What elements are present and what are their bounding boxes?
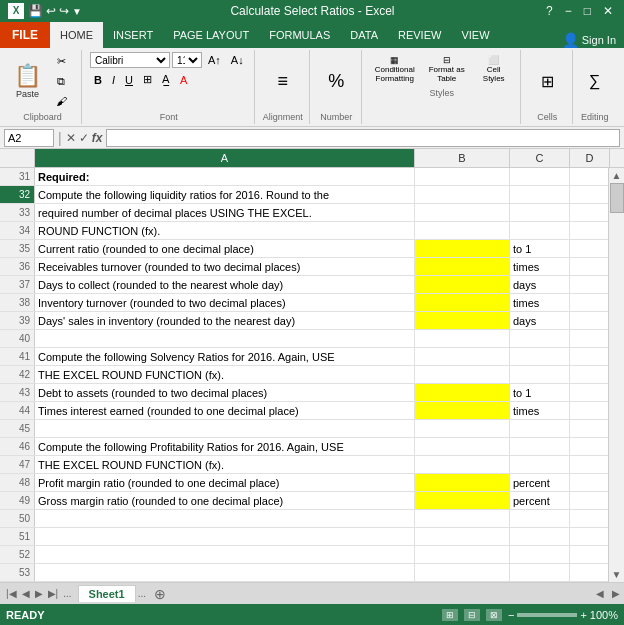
more-sheets-btn[interactable]: ... <box>136 588 148 599</box>
cell-b[interactable] <box>415 438 510 455</box>
cell-c[interactable]: percent <box>510 492 570 509</box>
close-btn[interactable]: ✕ <box>600 4 616 18</box>
cell-a[interactable] <box>35 330 415 347</box>
cell-b[interactable] <box>415 564 510 581</box>
editing-btn[interactable]: ∑ <box>581 69 609 93</box>
row-number[interactable]: 53 <box>0 564 35 581</box>
font-name-select[interactable]: Calibri <box>90 52 170 68</box>
row-number[interactable]: 36 <box>0 258 35 275</box>
format-as-table-btn[interactable]: ⊟ Format as Table <box>422 52 472 86</box>
cell-c[interactable]: times <box>510 258 570 275</box>
minimize-btn[interactable]: − <box>562 4 575 18</box>
cell-a[interactable]: Required: <box>35 168 415 185</box>
normal-view-icon[interactable]: ⊞ <box>442 609 458 621</box>
cell-c[interactable]: days <box>510 312 570 329</box>
bold-button[interactable]: B <box>90 72 106 88</box>
cell-a[interactable]: Receivables turnover (rounded to two dec… <box>35 258 415 275</box>
cell-b[interactable] <box>415 258 510 275</box>
cell-b[interactable] <box>415 294 510 311</box>
undo-icon[interactable]: ↩ <box>46 4 56 18</box>
cell-b[interactable] <box>415 528 510 545</box>
file-tab[interactable]: FILE <box>0 22 50 48</box>
cell-d[interactable] <box>570 366 608 383</box>
cell-d[interactable] <box>570 492 608 509</box>
enter-formula-icon[interactable]: ✓ <box>79 131 89 145</box>
sheet1-tab[interactable]: Sheet1 <box>78 585 136 602</box>
cell-d[interactable] <box>570 474 608 491</box>
cell-c[interactable] <box>510 420 570 437</box>
cell-b[interactable] <box>415 240 510 257</box>
cell-d[interactable] <box>570 312 608 329</box>
next-sheet-btn[interactable]: ▶ <box>33 588 45 599</box>
cell-c[interactable] <box>510 438 570 455</box>
cell-b[interactable] <box>415 456 510 473</box>
conditional-formatting-btn[interactable]: ▦ Conditional Formatting <box>370 52 420 86</box>
zoom-out-btn[interactable]: − <box>508 609 514 621</box>
cell-a[interactable]: Compute the following Solvency Ratios fo… <box>35 348 415 365</box>
cell-a[interactable] <box>35 564 415 581</box>
number-button[interactable]: % <box>322 68 350 95</box>
cell-c[interactable] <box>510 456 570 473</box>
row-number[interactable]: 39 <box>0 312 35 329</box>
cell-c[interactable] <box>510 168 570 185</box>
cell-b[interactable] <box>415 222 510 239</box>
row-number[interactable]: 34 <box>0 222 35 239</box>
row-number[interactable]: 52 <box>0 546 35 563</box>
row-number[interactable]: 44 <box>0 402 35 419</box>
prev-sheet-btn[interactable]: ◀ <box>20 588 32 599</box>
cell-d[interactable] <box>570 528 608 545</box>
cell-d[interactable] <box>570 258 608 275</box>
page-layout-icon[interactable]: ⊟ <box>464 609 480 621</box>
fill-color-btn[interactable]: A̲ <box>158 71 174 88</box>
cell-d[interactable] <box>570 546 608 563</box>
cell-b[interactable] <box>415 312 510 329</box>
cell-b[interactable] <box>415 384 510 401</box>
col-header-c[interactable]: C <box>510 149 570 167</box>
cell-d[interactable] <box>570 420 608 437</box>
cell-c[interactable] <box>510 204 570 221</box>
copy-button[interactable]: ⧉ <box>47 72 75 91</box>
row-number[interactable]: 40 <box>0 330 35 347</box>
cell-b[interactable] <box>415 186 510 203</box>
cell-d[interactable] <box>570 330 608 347</box>
row-number[interactable]: 43 <box>0 384 35 401</box>
sign-in-btn[interactable]: 👤 Sign In <box>562 32 616 48</box>
cell-a[interactable]: Compute the following Profitability Rati… <box>35 438 415 455</box>
cell-a[interactable]: Profit margin ratio (rounded to one deci… <box>35 474 415 491</box>
cell-a[interactable] <box>35 510 415 527</box>
view-tab[interactable]: VIEW <box>451 22 499 48</box>
cell-c[interactable] <box>510 330 570 347</box>
cell-c[interactable] <box>510 564 570 581</box>
cell-c[interactable] <box>510 186 570 203</box>
cell-reference[interactable]: A2 <box>4 129 54 147</box>
qa-dropdown-icon[interactable]: ▼ <box>72 6 82 17</box>
scroll-right-arrow[interactable]: ▶ <box>608 588 624 599</box>
cell-c[interactable] <box>510 348 570 365</box>
last-sheet-btn[interactable]: ▶| <box>46 588 61 599</box>
cell-d[interactable] <box>570 222 608 239</box>
cell-b[interactable] <box>415 348 510 365</box>
increase-font-icon[interactable]: A↑ <box>204 52 225 68</box>
cell-d[interactable] <box>570 438 608 455</box>
row-number[interactable]: 42 <box>0 366 35 383</box>
maximize-btn[interactable]: □ <box>581 4 594 18</box>
cell-a[interactable]: Debt to assets (rounded to two decimal p… <box>35 384 415 401</box>
cell-b[interactable] <box>415 546 510 563</box>
cell-styles-btn[interactable]: ⬜ Cell Styles <box>474 52 514 86</box>
review-tab[interactable]: REVIEW <box>388 22 451 48</box>
page-layout-tab[interactable]: PAGE LAYOUT <box>163 22 259 48</box>
zoom-in-btn[interactable]: + <box>580 609 586 621</box>
cell-a[interactable]: Days to collect (rounded to the nearest … <box>35 276 415 293</box>
cell-c[interactable] <box>510 222 570 239</box>
col-header-a[interactable]: A <box>35 149 415 167</box>
row-number[interactable]: 45 <box>0 420 35 437</box>
row-number[interactable]: 46 <box>0 438 35 455</box>
cell-b[interactable] <box>415 276 510 293</box>
cell-c[interactable] <box>510 528 570 545</box>
cell-b[interactable] <box>415 204 510 221</box>
cell-d[interactable] <box>570 186 608 203</box>
cell-a[interactable]: ROUND FUNCTION (fx). <box>35 222 415 239</box>
border-btn[interactable]: ⊞ <box>139 71 156 88</box>
cell-b[interactable] <box>415 402 510 419</box>
cell-c[interactable]: days <box>510 276 570 293</box>
